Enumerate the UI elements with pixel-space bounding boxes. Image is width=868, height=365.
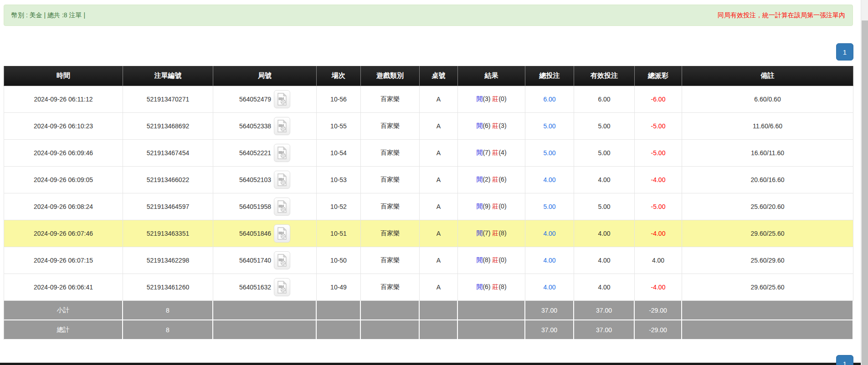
bet-id-cell: 521913461260 — [123, 274, 213, 301]
total-bet-link[interactable]: 4.00 — [543, 230, 555, 237]
total-payout: -29.00 — [635, 320, 682, 340]
game-type-cell: 百家樂 — [361, 113, 420, 140]
bet-history-page: 幣別 : 美金 | 總共 :8 注單 | 同局有效投注，統一計算在該局第一張注單… — [0, 0, 868, 365]
result-cell: 閒(6) 莊(3) — [458, 113, 525, 140]
total-bet-link[interactable]: 5.00 — [543, 149, 555, 157]
total-bet-link[interactable]: 4.00 — [543, 176, 555, 183]
round-id-label: 564051846 — [239, 230, 271, 237]
round-cell: 564052221 — [213, 140, 317, 167]
round-id-label: 564052479 — [239, 96, 271, 103]
round-cell: 564052338 — [213, 113, 317, 140]
player-result-label: 閒 — [476, 149, 483, 156]
payout-cell: -4.00 — [635, 220, 682, 247]
bet-records-table-wrap: 時間 注單編號 局號 場次 遊戲類別 桌號 結果 總投注 有效投注 總派彩 備註… — [4, 66, 853, 340]
player-result-value: (7) — [483, 149, 490, 156]
header-time: 時間 — [4, 66, 123, 86]
scrollbar-thumb[interactable] — [862, 20, 868, 365]
round-cell: 564051958 — [213, 193, 317, 220]
table-no-cell: A — [420, 86, 458, 113]
round-video-button[interactable] — [274, 198, 290, 216]
session-cell: 10-50 — [317, 247, 361, 274]
bet-id-cell: 521913470271 — [123, 86, 213, 113]
session-cell: 10-56 — [317, 86, 361, 113]
valid-bet-cell: 4.00 — [574, 220, 635, 247]
game-type-cell: 百家樂 — [361, 167, 420, 193]
player-result-label: 閒 — [476, 95, 483, 102]
total-bet-link[interactable]: 4.00 — [543, 284, 555, 291]
header-total-bet: 總投注 — [525, 66, 574, 86]
total-bet-link[interactable]: 4.00 — [543, 257, 555, 264]
round-cell-inner: 564052338 — [215, 117, 314, 135]
bet-record-row: 2024-09-26 06:06:41521913461260564051632… — [4, 274, 853, 301]
bet-record-row: 2024-09-26 06:09:46521913467454564052221… — [4, 140, 853, 167]
banker-result-value: (8) — [498, 283, 506, 290]
remark-cell: 20.60/16.60 — [682, 167, 853, 193]
player-result-value: (8) — [483, 256, 490, 264]
total-count: 8 — [123, 320, 213, 340]
player-result-label: 閒 — [476, 203, 483, 210]
valid-bet-cell: 6.00 — [574, 86, 635, 113]
valid-bet-cell: 5.00 — [574, 113, 635, 140]
session-cell: 10-54 — [317, 140, 361, 167]
header-payout: 總派彩 — [635, 66, 682, 86]
remark-cell: 11.60/6.60 — [682, 113, 853, 140]
round-video-button[interactable] — [274, 171, 290, 189]
pagination-page-1-bottom[interactable]: 1 — [836, 355, 853, 365]
result-cell: 閒(8) 莊(0) — [458, 247, 525, 274]
round-video-button[interactable] — [274, 278, 290, 296]
player-result-label: 閒 — [476, 256, 483, 264]
session-cell: 10-51 — [317, 220, 361, 247]
banker-result-label: 莊 — [492, 176, 498, 183]
bet-record-row: 2024-09-26 06:10:23521913468692564052338… — [4, 113, 853, 140]
total-bet-cell: 5.00 — [525, 140, 574, 167]
total-bet-link[interactable]: 5.00 — [543, 122, 555, 130]
round-cell: 564052479 — [213, 86, 317, 113]
summary-notice-bar: 幣別 : 美金 | 總共 :8 注單 | 同局有效投注，統一計算在該局第一張注單… — [4, 5, 853, 26]
player-result-value: (6) — [483, 122, 490, 129]
payout-cell: -5.00 — [635, 140, 682, 167]
round-video-button[interactable] — [274, 144, 290, 162]
table-header-row: 時間 注單編號 局號 場次 遊戲類別 桌號 結果 總投注 有效投注 總派彩 備註 — [4, 66, 853, 86]
round-cell: 564051846 — [213, 220, 317, 247]
bet-id-cell: 521913467454 — [123, 140, 213, 167]
total-bet-cell: 4.00 — [525, 274, 574, 301]
subtotal-valid-bet: 37.00 — [574, 301, 635, 320]
bet-record-row: 2024-09-26 06:09:05521913466022564052103… — [4, 167, 853, 193]
subtotal-label: 小計 — [4, 301, 123, 320]
round-video-button[interactable] — [274, 90, 290, 108]
bet-id-cell: 521913463351 — [123, 220, 213, 247]
table-no-cell: A — [420, 247, 458, 274]
session-cell: 10-52 — [317, 193, 361, 220]
total-bet-link[interactable]: 6.00 — [543, 96, 555, 103]
total-bet-cell: 4.00 — [525, 220, 574, 247]
time-cell: 2024-09-26 06:09:46 — [4, 140, 123, 167]
bet-record-row: 2024-09-26 06:07:15521913462298564051740… — [4, 247, 853, 274]
round-id-label: 564051740 — [239, 257, 271, 264]
video-record-icon — [277, 254, 288, 267]
total-label: 總計 — [4, 320, 123, 340]
bet-record-row: 2024-09-26 06:08:24521913464597564051958… — [4, 193, 853, 220]
round-cell-inner: 564051958 — [215, 198, 314, 216]
round-video-button[interactable] — [274, 117, 290, 135]
vertical-scrollbar[interactable] — [861, 0, 868, 365]
time-cell: 2024-09-26 06:08:24 — [4, 193, 123, 220]
header-bet-id: 注單編號 — [123, 66, 213, 86]
round-id-label: 564052103 — [239, 176, 271, 183]
valid-bet-cell: 5.00 — [574, 140, 635, 167]
subtotal-payout: -29.00 — [635, 301, 682, 320]
round-cell-inner: 564052221 — [215, 144, 314, 162]
next-section-edge — [0, 363, 861, 365]
pagination-page-1-top[interactable]: 1 — [836, 43, 853, 61]
total-bet-link[interactable]: 5.00 — [543, 203, 555, 210]
header-session: 場次 — [317, 66, 361, 86]
round-video-button[interactable] — [274, 224, 290, 243]
valid-bet-cell: 4.00 — [574, 274, 635, 301]
header-game-type: 遊戲類別 — [361, 66, 420, 86]
subtotal-count: 8 — [123, 301, 213, 320]
round-cell-inner: 564052103 — [215, 171, 314, 189]
round-id-label: 564051958 — [239, 203, 271, 210]
banker-result-label: 莊 — [492, 256, 498, 264]
banker-result-label: 莊 — [492, 149, 498, 156]
bet-records-table: 時間 注單編號 局號 場次 遊戲類別 桌號 結果 總投注 有效投注 總派彩 備註… — [4, 66, 853, 340]
round-video-button[interactable] — [274, 251, 290, 269]
